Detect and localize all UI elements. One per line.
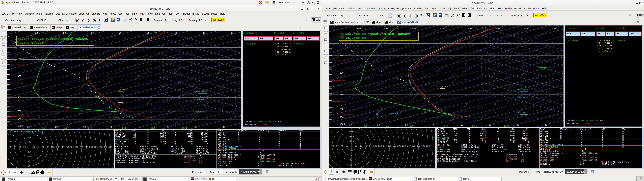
svg-text:20: 20 <box>350 150 352 152</box>
svg-text:LCL: LCL <box>217 72 220 74</box>
svg-text:700: 700 <box>340 108 344 110</box>
svg-text:40: 40 <box>350 154 352 157</box>
svg-text:FZL= 1791': FZL= 1791' <box>195 111 206 113</box>
svg-text:-60: -60 <box>12 146 16 148</box>
svg-text:3 km: 3 km <box>340 100 345 103</box>
svg-text:280: 280 <box>416 145 420 147</box>
svg-text:5.0: 5.0 <box>122 127 126 129</box>
svg-text:-70: -70 <box>440 27 444 30</box>
svg-text:100: 100 <box>51 146 54 148</box>
svg-text:1.0: 1.0 <box>64 127 67 129</box>
svg-text:140: 140 <box>60 146 64 148</box>
svg-text:20: 20 <box>488 124 491 126</box>
svg-text:260: 260 <box>89 146 93 148</box>
svg-text:-80: -80 <box>330 145 334 147</box>
svg-text:20: 20 <box>28 151 30 153</box>
svg-text:60: 60 <box>28 160 30 163</box>
svg-text:60: 60 <box>42 146 44 148</box>
svg-text:-20: -20 <box>345 145 348 147</box>
svg-text:340: 340 <box>108 146 112 148</box>
svg-text:320: 320 <box>104 146 107 148</box>
svg-text:500: 500 <box>340 93 344 96</box>
svg-text:-20: -20 <box>22 146 26 148</box>
svg-text:120: 120 <box>378 145 382 147</box>
svg-text:39.74/-109.75 190501/19(Wed) N: 39.74/-109.75 190501/19(Wed) NUCAPS <box>18 37 88 41</box>
svg-text:6 km: 6 km <box>340 79 345 82</box>
svg-text:-80: -80 <box>412 27 416 30</box>
svg-text:-1.3453768: -1.3453768 <box>438 115 448 117</box>
svg-text:-30C= 14229': -30C= 14229' <box>194 90 207 92</box>
svg-text:-10: -10 <box>404 124 408 126</box>
svg-text:40: 40 <box>360 145 362 147</box>
svg-text:-9999 m²s²: -9999 m²s² <box>388 113 400 115</box>
svg-text:220: 220 <box>402 145 406 147</box>
svg-text:240: 240 <box>407 145 411 147</box>
svg-text:-60: -60 <box>468 27 472 30</box>
svg-text:-60: -60 <box>335 145 339 147</box>
svg-text:10: 10 <box>138 126 141 128</box>
svg-text:300: 300 <box>99 146 102 148</box>
svg-text:-100: -100 <box>33 32 38 34</box>
svg-text:80: 80 <box>28 165 30 168</box>
svg-text:7.0 C/km: 7.0 C/km <box>118 89 126 91</box>
svg-text:-90: -90 <box>384 27 388 30</box>
svg-text:300: 300 <box>18 75 21 78</box>
svg-text:30: 30 <box>194 126 197 128</box>
svg-text:-60: -60 <box>146 32 150 34</box>
svg-text:20.0: 20.0 <box>182 127 187 129</box>
svg-text:SFC(1923m): SFC(1923m) <box>340 114 352 116</box>
svg-text:-30: -30 <box>348 124 352 126</box>
svg-text:20: 20 <box>355 145 357 147</box>
svg-text:200: 200 <box>397 145 401 147</box>
svg-text:9 km: 9 km <box>340 60 345 62</box>
svg-text:-40: -40 <box>524 27 528 30</box>
svg-text:39.74,-109.75: 39.74,-109.75 <box>18 41 44 45</box>
svg-text:-80: -80 <box>8 146 12 148</box>
svg-text:40: 40 <box>28 136 30 139</box>
svg-text:SFC: SFC <box>376 114 379 116</box>
svg-text:20.0: 20.0 <box>504 125 508 127</box>
svg-text:120: 120 <box>56 146 59 148</box>
svg-text:10.0: 10.0 <box>472 125 477 127</box>
svg-text:80: 80 <box>369 145 372 147</box>
svg-text:140: 140 <box>383 145 387 147</box>
svg-text:-30: -30 <box>552 27 556 30</box>
svg-text:40: 40 <box>28 156 30 158</box>
svg-text:2.0: 2.0 <box>88 127 92 129</box>
svg-text:-2.054954: -2.054954 <box>461 116 470 118</box>
svg-text:150: 150 <box>18 46 21 49</box>
svg-text:30: 30 <box>516 124 519 126</box>
svg-text:1000: 1000 <box>18 125 23 127</box>
svg-text:20: 20 <box>166 126 169 128</box>
svg-text:194° 21 Knots (11 m/s): 194° 21 Knots (11 m/s) <box>12 130 43 133</box>
svg-text:0.5: 0.5 <box>42 127 45 129</box>
svg-text:100: 100 <box>373 145 377 147</box>
svg-text:80: 80 <box>47 146 49 148</box>
svg-text:-70: -70 <box>118 32 122 34</box>
svg-text:-30: -30 <box>26 126 30 128</box>
svg-text:10: 10 <box>460 124 463 126</box>
svg-text:-30: -30 <box>229 32 233 34</box>
svg-text:850: 850 <box>18 118 21 121</box>
svg-text:160: 160 <box>388 145 392 147</box>
svg-text:5.513025: 5.513025 <box>146 117 154 119</box>
svg-text:SFC(1923m): SFC(1923m) <box>18 115 30 118</box>
svg-text:-40: -40 <box>202 32 205 34</box>
svg-text:180: 180 <box>70 146 74 148</box>
svg-text:-7.365351: -7.365351 <box>109 116 119 118</box>
svg-text:20: 20 <box>28 141 30 144</box>
svg-text:FZL= 621': FZL= 621' <box>516 112 526 114</box>
svg-text:0.5: 0.5 <box>364 125 367 127</box>
svg-text:7.0 C/km: 7.0 C/km <box>440 86 448 88</box>
svg-text:-20: -20 <box>376 124 380 126</box>
svg-text:-30C= 14229': -30C= 14229' <box>516 89 529 91</box>
svg-text:60: 60 <box>350 130 352 133</box>
svg-text:-20C= 9643': -20C= 9643' <box>516 96 529 98</box>
svg-text:60: 60 <box>350 159 352 162</box>
svg-text:3 km: 3 km <box>18 100 23 102</box>
svg-text:160: 160 <box>65 146 69 148</box>
svg-text:260: 260 <box>412 145 416 147</box>
svg-text:60: 60 <box>364 145 367 147</box>
svg-text:-100: -100 <box>355 27 360 30</box>
svg-text:39.74,-109.75: 39.74,-109.75 <box>340 36 366 40</box>
